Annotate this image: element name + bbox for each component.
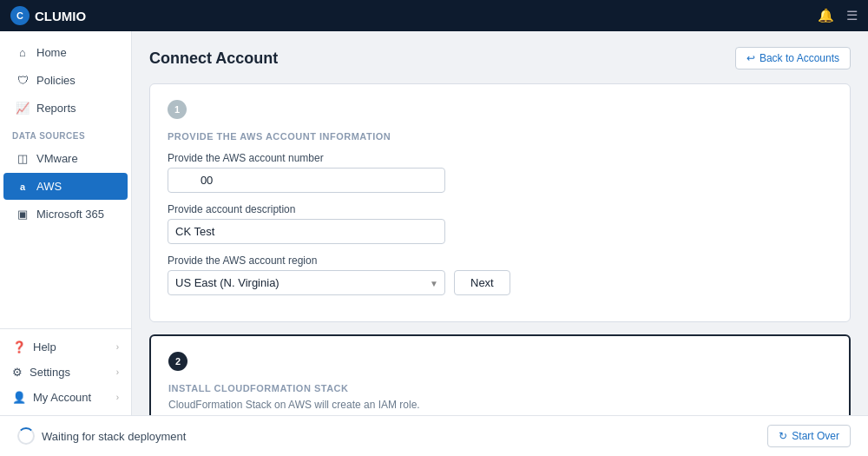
step2-header: 2 bbox=[168, 352, 832, 371]
start-over-label: Start Over bbox=[792, 430, 839, 442]
data-sources-label: DATA SOURCES bbox=[0, 122, 131, 144]
status-text: Waiting for stack deployment bbox=[42, 430, 186, 443]
notification-icon[interactable]: 🔔 bbox=[818, 8, 834, 23]
region-select[interactable]: US East (N. Virginia) US East (Ohio) US … bbox=[168, 270, 445, 295]
sidebar-item-home[interactable]: ⌂ Home bbox=[3, 39, 128, 66]
aws-icon: a bbox=[16, 182, 30, 192]
step1-badge: 1 bbox=[168, 100, 187, 119]
account-number-input[interactable] bbox=[168, 168, 445, 193]
region-select-wrap: US East (N. Virginia) US East (Ohio) US … bbox=[168, 270, 445, 295]
reports-icon: 📈 bbox=[16, 102, 30, 115]
help-chevron: › bbox=[116, 342, 119, 352]
step2-badge: 2 bbox=[168, 352, 187, 371]
main-content: Connect Account ↩ Back to Accounts 1 PRO… bbox=[132, 31, 868, 415]
refresh-icon: ↻ bbox=[779, 430, 787, 442]
sidebar-nav: ⌂ Home 🛡 Policies 📈 Reports DATA SOURCES… bbox=[0, 31, 131, 328]
back-button-label: Back to Accounts bbox=[760, 52, 839, 64]
account-description-group: Provide account description bbox=[168, 203, 832, 244]
logo: C CLUMIO bbox=[10, 6, 86, 25]
loading-spinner bbox=[17, 427, 35, 445]
step2-section-title: INSTALL CLOUDFORMATION STACK bbox=[168, 383, 832, 393]
topbar: C CLUMIO 🔔 ☰ bbox=[0, 0, 868, 31]
home-icon: ⌂ bbox=[16, 46, 30, 59]
sidebar-item-reports[interactable]: 📈 Reports bbox=[3, 95, 128, 122]
sidebar-item-settings[interactable]: ⚙ Settings › bbox=[0, 360, 131, 385]
myaccount-chevron: › bbox=[116, 393, 119, 402]
logo-icon: C bbox=[10, 6, 30, 25]
sidebar: ⌂ Home 🛡 Policies 📈 Reports DATA SOURCES… bbox=[0, 31, 132, 415]
sidebar-item-help[interactable]: ❓ Help › bbox=[0, 334, 131, 360]
page-title: Connect Account bbox=[149, 50, 278, 68]
sidebar-item-reports-label: Reports bbox=[36, 102, 76, 115]
sidebar-item-microsoft365[interactable]: ▣ Microsoft 365 bbox=[3, 201, 128, 228]
account-number-label: Provide the AWS account number bbox=[168, 152, 832, 164]
sidebar-item-vmware-label: VMware bbox=[36, 152, 78, 165]
step1-card: 1 PROVIDE THE AWS ACCOUNT INFORMATION Pr… bbox=[149, 83, 851, 322]
account-region-group: Provide the AWS account region US East (… bbox=[168, 254, 832, 295]
topbar-right: 🔔 ☰ bbox=[818, 8, 858, 23]
next-button[interactable]: Next bbox=[454, 270, 510, 295]
account-number-group: Provide the AWS account number bbox=[168, 152, 832, 193]
back-icon: ↩ bbox=[746, 52, 755, 64]
sidebar-item-myaccount-label: My Account bbox=[33, 391, 91, 404]
settings-icon: ⚙ bbox=[12, 366, 23, 379]
shield-icon: 🛡 bbox=[16, 74, 30, 87]
sidebar-item-policies[interactable]: 🛡 Policies bbox=[3, 67, 128, 94]
help-icon: ❓ bbox=[12, 340, 26, 354]
sidebar-item-aws[interactable]: a AWS bbox=[3, 173, 128, 200]
menu-icon[interactable]: ☰ bbox=[846, 8, 858, 23]
sidebar-item-microsoft365-label: Microsoft 365 bbox=[36, 208, 104, 221]
status-bar: Waiting for stack deployment ↻ Start Ove… bbox=[0, 415, 868, 456]
vmware-icon: ◫ bbox=[16, 152, 30, 165]
settings-chevron: › bbox=[116, 367, 119, 377]
account-region-label: Provide the AWS account region bbox=[168, 254, 832, 267]
sidebar-item-settings-label: Settings bbox=[30, 366, 70, 379]
step2-card: 2 INSTALL CLOUDFORMATION STACK CloudForm… bbox=[149, 334, 851, 415]
step1-header: 1 bbox=[168, 100, 832, 119]
start-over-button[interactable]: ↻ Start Over bbox=[767, 425, 851, 447]
microsoft-icon: ▣ bbox=[16, 208, 30, 221]
back-to-accounts-button[interactable]: ↩ Back to Accounts bbox=[735, 47, 851, 69]
status-left: Waiting for stack deployment bbox=[17, 427, 186, 445]
sidebar-bottom: ❓ Help › ⚙ Settings › 👤 My Account › bbox=[0, 328, 131, 415]
sidebar-item-home-label: Home bbox=[36, 46, 67, 59]
sidebar-item-help-label: Help bbox=[33, 340, 56, 354]
sidebar-item-aws-label: AWS bbox=[36, 180, 62, 193]
page-header: Connect Account ↩ Back to Accounts bbox=[149, 47, 851, 69]
account-description-label: Provide account description bbox=[168, 203, 832, 215]
app-body: ⌂ Home 🛡 Policies 📈 Reports DATA SOURCES… bbox=[0, 31, 868, 415]
account-icon: 👤 bbox=[12, 391, 26, 404]
sidebar-item-vmware[interactable]: ◫ VMware bbox=[3, 145, 128, 172]
sidebar-item-policies-label: Policies bbox=[36, 74, 76, 87]
step1-section-title: PROVIDE THE AWS ACCOUNT INFORMATION bbox=[168, 131, 832, 142]
sidebar-item-myaccount[interactable]: 👤 My Account › bbox=[0, 385, 131, 410]
logo-text: CLUMIO bbox=[35, 9, 86, 23]
account-description-input[interactable] bbox=[168, 219, 445, 244]
step2-description: CloudFormation Stack on AWS will create … bbox=[168, 399, 832, 411]
